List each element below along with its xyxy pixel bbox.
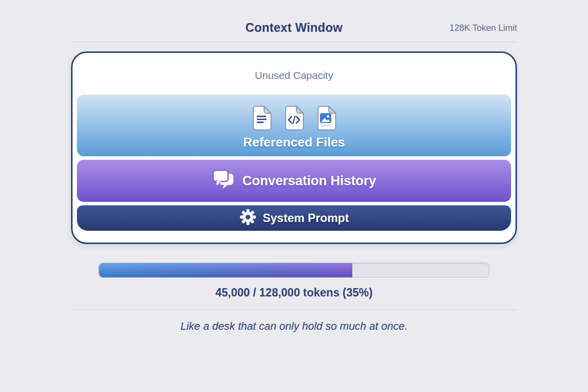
usage-text: 45,000 / 128,000 tokens (35%)	[71, 286, 517, 299]
conversation-history-layer: Conversation History	[77, 160, 511, 202]
unused-capacity-label: Unused Capacity	[77, 70, 511, 81]
token-limit-label: 128K Token Limit	[449, 23, 517, 33]
progress-track	[98, 263, 490, 278]
progress-fill	[99, 263, 352, 277]
referenced-files-label: Referenced Files	[243, 135, 345, 150]
file-icons-row	[252, 106, 336, 132]
image-file-icon	[317, 106, 336, 132]
footer-divider	[71, 310, 517, 310]
chat-bubbles-icon	[212, 169, 235, 193]
system-prompt-label: System Prompt	[263, 211, 349, 225]
referenced-files-layer: Referenced Files	[77, 95, 511, 156]
content-column: Context Window 128K Token Limit Unused C…	[71, 21, 517, 333]
caption-text: Like a desk that can only hold so much a…	[71, 320, 517, 333]
system-prompt-layer: System Prompt	[77, 205, 511, 231]
page-header: Context Window 128K Token Limit	[71, 21, 517, 36]
code-file-icon	[284, 106, 304, 132]
context-window-card: Unused Capacity	[71, 51, 517, 244]
header-divider	[71, 42, 517, 42]
conversation-history-label: Conversation History	[242, 173, 376, 189]
document-file-icon	[252, 106, 271, 132]
gear-icon	[239, 208, 257, 228]
token-usage-bar	[98, 263, 490, 278]
